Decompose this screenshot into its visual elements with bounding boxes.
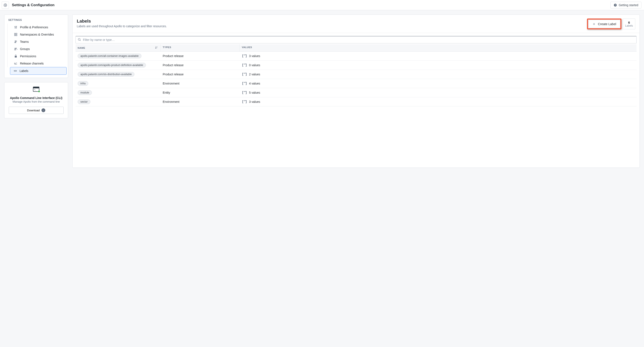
- svg-rect-12: [16, 35, 17, 36]
- values-text: 5 values: [249, 91, 260, 94]
- filter-input[interactable]: [76, 36, 636, 44]
- values-icon: [“”]: [242, 100, 246, 104]
- sidebar-item-label: Namespaces & Overrides: [20, 33, 54, 36]
- plus-icon: [592, 22, 596, 26]
- sidebar-item-label: Release channels: [20, 62, 44, 65]
- cli-icon: >_: [33, 87, 39, 92]
- sidebar-item-namespaces-overrides[interactable]: Namespaces & Overrides: [8, 31, 66, 38]
- cell-values: [“”]0 values: [240, 61, 636, 69]
- col-header-name[interactable]: NAME: [76, 44, 160, 51]
- values-text: 0 values: [249, 64, 260, 67]
- cli-sub: Manage Apollo from the command line: [9, 100, 64, 103]
- sidebar-item-label: Teams: [20, 40, 29, 44]
- download-button[interactable]: Download ↓: [9, 107, 64, 114]
- svg-rect-6: [16, 26, 16, 29]
- svg-point-13: [15, 41, 16, 42]
- cell-type: Product release: [160, 52, 240, 60]
- table-row[interactable]: infraEnvironment[“”]4 values: [76, 79, 636, 88]
- cell-type: Product release: [160, 71, 240, 78]
- cell-name: apollo.palantir.com/all-container-images…: [76, 52, 160, 61]
- label-tag[interactable]: apollo.palantir.com/apollo-product-defin…: [78, 63, 146, 68]
- cell-values: [“”]3 values: [240, 52, 636, 60]
- download-label: Download: [27, 109, 40, 112]
- values-text: 2 values: [249, 73, 260, 76]
- getting-started-button[interactable]: ? Getting started: [610, 2, 642, 9]
- cell-name: apollo.palantir.com/apollo-product-defin…: [76, 61, 160, 70]
- svg-rect-11: [14, 35, 16, 36]
- table-row[interactable]: sectorEnvironment[“”]3 values: [76, 97, 636, 106]
- cell-name: module: [76, 88, 160, 97]
- cli-title: Apollo Command Line Interface (CLI): [9, 96, 64, 100]
- values-text: 3 values: [249, 54, 260, 58]
- people-icon: [14, 40, 18, 44]
- svg-point-15: [15, 48, 16, 49]
- table-row[interactable]: apollo.palantir.com/all-container-images…: [76, 52, 636, 61]
- svg-point-0: [5, 5, 6, 6]
- sidebar-item-label: Groups: [20, 47, 30, 51]
- label-icon: [14, 69, 17, 73]
- header-right: Create Label 6 Labels: [587, 19, 635, 29]
- lock-icon: [14, 55, 18, 58]
- sidebar-nav: Profile & PreferencesNamespaces & Overri…: [4, 24, 68, 75]
- cell-values: [“”]4 values: [240, 80, 636, 88]
- sidebar-nav-card: SETTINGS Profile & PreferencesNamespaces…: [4, 15, 68, 78]
- sidebar: SETTINGS Profile & PreferencesNamespaces…: [4, 15, 68, 118]
- sliders-icon: [14, 26, 18, 29]
- cell-type: Product release: [160, 61, 240, 69]
- values-icon: [“”]: [242, 82, 246, 85]
- table-row[interactable]: apollo.palantir.com/apollo-product-defin…: [76, 61, 636, 70]
- cell-values: [“”]5 values: [240, 89, 636, 97]
- label-tag[interactable]: module: [78, 90, 92, 95]
- help-icon: ?: [614, 4, 617, 7]
- labels-count: 6: [625, 21, 633, 24]
- svg-rect-17: [15, 56, 16, 58]
- values-text: 3 values: [249, 100, 260, 104]
- svg-rect-10: [16, 33, 17, 34]
- search-icon: [78, 38, 81, 42]
- svg-rect-9: [14, 33, 16, 34]
- create-label-text: Create Label: [598, 22, 616, 26]
- cell-type: Environment: [160, 80, 240, 87]
- table-row[interactable]: moduleEntity[“”]5 values: [76, 88, 636, 97]
- label-tag[interactable]: sector: [78, 99, 90, 104]
- sidebar-item-label: Labels: [20, 69, 28, 73]
- create-label-highlight: Create Label: [587, 19, 622, 29]
- svg-point-16: [16, 48, 17, 49]
- values-icon: [“”]: [242, 73, 246, 76]
- page-title: Settings & Configuration: [12, 3, 54, 7]
- settings-gear-button[interactable]: [2, 2, 9, 9]
- namespaces-icon: [14, 33, 18, 36]
- sidebar-item-profile-preferences[interactable]: Profile & Preferences: [8, 24, 66, 31]
- release-icon: [14, 62, 18, 65]
- cell-name: sector: [76, 97, 160, 106]
- table-row[interactable]: apollo.palantir.com/sls-distribution-ava…: [76, 70, 636, 79]
- sidebar-item-permissions[interactable]: Permissions: [8, 53, 66, 60]
- values-icon: [“”]: [242, 91, 246, 95]
- label-tag[interactable]: infra: [78, 81, 88, 86]
- download-icon: ↓: [42, 108, 45, 112]
- cell-type: Environment: [160, 98, 240, 106]
- col-header-values[interactable]: VALUES: [240, 44, 636, 51]
- svg-point-21: [78, 38, 80, 40]
- sidebar-item-labels[interactable]: Labels: [10, 67, 66, 75]
- sort-icon[interactable]: [155, 46, 158, 50]
- cell-values: [“”]3 values: [240, 98, 636, 106]
- svg-rect-4: [15, 26, 15, 29]
- values-icon: [“”]: [242, 54, 246, 58]
- sidebar-item-release-channels[interactable]: Release channels: [8, 60, 66, 67]
- label-tag[interactable]: apollo.palantir.com/all-container-images…: [78, 54, 142, 58]
- labels-count-box: 6 Labels: [623, 19, 635, 29]
- table-body: apollo.palantir.com/all-container-images…: [76, 52, 636, 106]
- table-header: NAME TYPES VALUES: [76, 44, 636, 52]
- create-label-button[interactable]: Create Label: [588, 20, 620, 28]
- sidebar-item-groups[interactable]: Groups: [8, 45, 66, 53]
- sidebar-item-label: Profile & Preferences: [20, 26, 48, 29]
- main-title: Labels: [77, 19, 587, 24]
- col-header-types[interactable]: TYPES: [160, 44, 240, 51]
- main-body: NAME TYPES VALUES apollo.palantir.com/al…: [72, 33, 640, 109]
- label-tag[interactable]: apollo.palantir.com/sls-distribution-ava…: [78, 72, 134, 77]
- svg-line-22: [80, 40, 80, 41]
- main-header-left: Labels Labels are used throughout Apollo…: [77, 19, 587, 28]
- values-icon: [“”]: [242, 64, 246, 67]
- sidebar-item-teams[interactable]: Teams: [8, 38, 66, 45]
